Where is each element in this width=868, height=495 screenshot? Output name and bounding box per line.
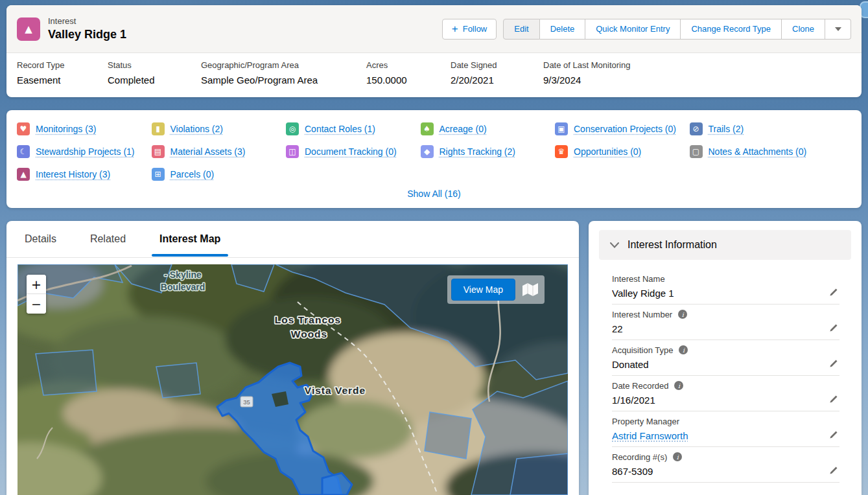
clone-button[interactable]: Clone [782, 19, 825, 40]
interest-history-icon: ▲ [17, 168, 30, 181]
highlight-field: Acres 150.0000 [366, 60, 451, 86]
edit-acquisition-type-button[interactable] [828, 359, 838, 369]
rights-tracking-link[interactable]: Rights Tracking (2) [440, 146, 515, 157]
acreage-icon: ♠ [421, 122, 434, 135]
info-icon[interactable] [673, 452, 682, 461]
field-list: Interest Name Valley Ridge 1 Interest Nu… [612, 269, 839, 483]
plus-icon: + [452, 23, 458, 34]
parcels-link[interactable]: Parcels (0) [170, 169, 215, 179]
quick-link-stewardship-projects: ☾ Stewardship Projects (1) [17, 144, 152, 158]
quick-link-notes-attachments: ▢ Notes & Attachments (0) [690, 144, 825, 158]
stewardship-projects-icon: ☾ [17, 145, 30, 158]
pencil-icon [828, 430, 838, 440]
record-tabs: Details Related Interest Map [6, 221, 579, 258]
edit-property-manager-button[interactable] [828, 430, 838, 440]
triangle-icon: ▲ [25, 23, 32, 35]
monitorings-link[interactable]: Monitorings (3) [36, 124, 96, 134]
stewardship-projects-link[interactable]: Stewardship Projects (1) [36, 146, 135, 157]
field-value: 9/3/2024 [543, 75, 630, 86]
tab-interest-map[interactable]: Interest Map [159, 221, 220, 257]
conservation-projects-icon: ▣ [555, 122, 568, 135]
interest-information-card: Interest Information Interest Name Valle… [589, 221, 862, 495]
quick-monitor-entry-button[interactable]: Quick Monitor Entry [585, 19, 681, 40]
interest-map[interactable]: 35 - Skyline Boulevard Los Trancos Woods… [18, 264, 568, 495]
quick-link-acreage: ♠ Acreage (0) [421, 122, 556, 135]
interest-information-section-header[interactable]: Interest Information [599, 230, 851, 260]
road-label-line1: - Skyline [164, 270, 202, 280]
section-title: Interest Information [628, 239, 717, 251]
highlights-panel: Record Type Easement Status Completed Ge… [6, 53, 862, 86]
quick-link-rights-tracking: ◆ Rights Tracking (2) [421, 144, 556, 158]
edit-button[interactable]: Edit [503, 19, 539, 40]
field-label: Interest Name [612, 274, 665, 284]
field-row-property-manager: Property Manager Astrid Farnsworth [612, 411, 839, 447]
field-label: Date Signed [451, 60, 543, 70]
trails-link[interactable]: Trails (2) [709, 124, 744, 134]
document-tracking-icon: ◫ [286, 145, 299, 158]
info-icon[interactable] [674, 381, 683, 390]
edit-interest-name-button[interactable] [828, 288, 838, 297]
field-row-recording-numbers: Recording #(s) 867-5309 [612, 447, 839, 483]
tab-related[interactable]: Related [90, 221, 126, 257]
field-value: Completed [108, 75, 201, 86]
violations-link[interactable]: Violations (2) [170, 124, 223, 134]
field-value: 2/20/2021 [451, 75, 543, 86]
map-zoom-control: + − [27, 275, 46, 314]
info-icon[interactable] [679, 345, 688, 354]
field-label: Acres [366, 60, 451, 70]
view-map-button[interactable]: View Map [451, 279, 515, 301]
field-label: Record Type [17, 60, 108, 70]
delete-button[interactable]: Delete [540, 19, 586, 40]
field-value: 150.0000 [366, 75, 451, 86]
highway-shield-35: 35 [240, 397, 253, 407]
quick-link-interest-history: ▲ Interest History (3) [17, 167, 152, 181]
field-value: Valley Ridge 1 [612, 287, 826, 299]
contact-roles-link[interactable]: Contact Roles (1) [305, 124, 375, 134]
chevron-down-icon [835, 27, 841, 31]
conservation-projects-link[interactable]: Conservation Projects (0) [574, 124, 676, 134]
salesforce-record-page: { "header": { "entity_label": "Interest"… [0, 0, 868, 495]
acreage-link[interactable]: Acreage (0) [440, 124, 487, 134]
edit-recording-numbers-button[interactable] [828, 466, 838, 476]
zoom-in-button[interactable]: + [27, 275, 46, 294]
trails-icon: ⊘ [690, 122, 703, 135]
info-icon[interactable] [678, 310, 687, 319]
field-label: Interest Number [612, 310, 672, 319]
tab-details[interactable]: Details [25, 221, 56, 257]
notes-attachments-link[interactable]: Notes & Attachments (0) [709, 146, 807, 157]
edit-date-recorded-button[interactable] [828, 395, 838, 404]
road-label-line2: Boulevard [161, 282, 205, 292]
violations-icon: ▮ [152, 122, 165, 135]
highlight-field: Record Type Easement [17, 60, 108, 86]
field-row-acquisition-type: Acquisition Type Donated [612, 340, 839, 376]
edit-interest-number-button[interactable] [828, 323, 838, 333]
document-tracking-link[interactable]: Document Tracking (0) [305, 146, 397, 157]
material-assets-icon: ▤ [152, 145, 165, 158]
record-header-top: ▲ Interest Valley Ridge 1 + Follow Edit … [6, 5, 862, 53]
svg-text:35: 35 [243, 398, 250, 406]
opportunities-link[interactable]: Opportunities (0) [574, 146, 641, 157]
zoom-out-button[interactable]: − [27, 294, 46, 314]
more-actions-button[interactable] [825, 19, 851, 40]
record-actions: + Follow Edit Delete Quick Monitor Entry… [442, 19, 851, 40]
material-assets-link[interactable]: Material Assets (3) [170, 146, 246, 157]
rights-tracking-icon: ◆ [421, 145, 434, 158]
quick-link-trails: ⊘ Trails (2) [690, 122, 825, 135]
folded-map-icon [522, 282, 539, 297]
parcels-icon: ⊞ [152, 168, 165, 181]
field-value: Donated [612, 358, 826, 371]
contact-roles-icon: ◎ [286, 122, 299, 135]
show-all-link[interactable]: Show All (16) [407, 189, 460, 199]
change-record-type-button[interactable]: Change Record Type [681, 19, 782, 40]
field-row-interest-name: Interest Name Valley Ridge 1 [612, 269, 839, 305]
field-label: Date Recorded [612, 381, 668, 391]
field-label: Property Manager [612, 417, 679, 426]
field-value: 22 [612, 323, 826, 335]
pencil-icon [828, 395, 838, 404]
follow-button[interactable]: + Follow [442, 19, 497, 40]
property-manager-link[interactable]: Astrid Farnsworth [612, 430, 688, 441]
interest-history-link[interactable]: Interest History (3) [36, 169, 110, 179]
follow-label: Follow [463, 24, 487, 34]
monitorings-icon: ♥ [17, 122, 30, 135]
opportunities-icon: ♛ [555, 145, 568, 158]
